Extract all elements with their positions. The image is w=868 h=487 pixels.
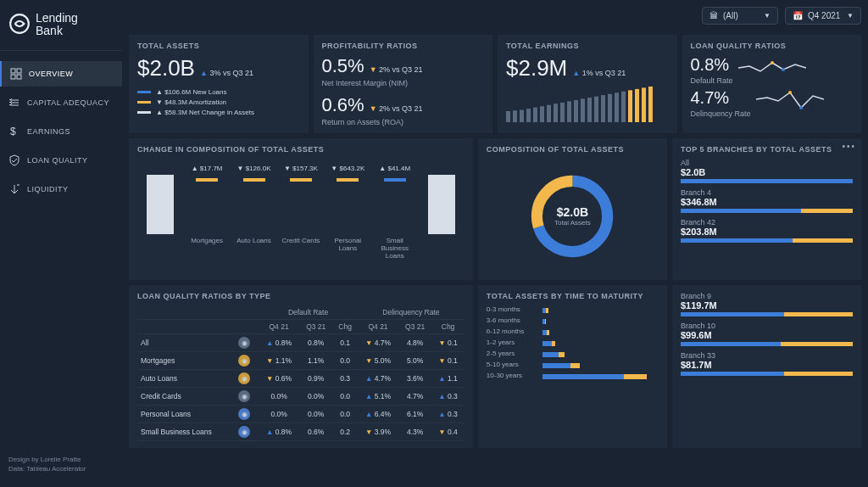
waterfall-col: ▼ $643.2K Personal Loans <box>326 165 370 252</box>
row-2: CHANGE IN COMPOSITION OF TOTAL ASSETS $2… <box>129 138 861 280</box>
svg-rect-11 <box>540 106 544 122</box>
more-options-icon[interactable]: ••• <box>842 142 856 151</box>
svg-rect-17 <box>581 98 585 122</box>
total-assets-delta: ▲ 3% vs Q3 21 <box>200 69 253 77</box>
maturity-row: 0-3 months <box>487 305 659 313</box>
row-3: LOAN QUALITY RATIOS BY TYPE Default Rate… <box>129 285 861 448</box>
svg-rect-15 <box>567 101 571 122</box>
legend-row: ▲ $58.3M Net Change in Assets <box>137 109 300 116</box>
svg-text:$: $ <box>10 126 16 137</box>
svg-rect-20 <box>601 95 605 122</box>
earnings-sparkbar <box>506 81 669 124</box>
table-row: All◉▲ 0.8%0.8%0.1▼ 4.7%4.8%▼ 0.1 <box>137 334 465 352</box>
default-rate-sparkline <box>738 56 806 85</box>
legend-row: ▲ $106.6M New Loans <box>137 88 300 96</box>
branch-row: Branch 4$346.8M <box>681 188 853 213</box>
period-select[interactable]: 📅 Q4 2021 ▼ <box>785 7 861 25</box>
checklist-icon <box>8 97 20 109</box>
card-top-branches: TOP 5 BRANCHES BY TOTAL ASSETS ••• All$2… <box>672 138 861 280</box>
svg-rect-22 <box>615 92 619 122</box>
branch-row: Branch 33$81.7M <box>681 351 853 376</box>
arrow-out-icon <box>8 183 20 195</box>
chevron-down-icon: ▼ <box>764 12 771 20</box>
svg-rect-12 <box>547 105 551 122</box>
chevron-down-icon: ▼ <box>847 12 854 20</box>
calendar-icon: 📅 <box>793 11 803 20</box>
nav-item-loan-quality[interactable]: LOAN QUALITY <box>0 148 122 173</box>
total-assets-value: $2.0B <box>137 55 195 81</box>
svg-rect-19 <box>594 97 598 122</box>
shield-icon <box>8 154 20 166</box>
svg-rect-16 <box>574 100 578 122</box>
table-row: Mortgages◉▼ 1.1%1.1%0.0▼ 5.0%5.0%▼ 0.1 <box>137 352 465 370</box>
kpi-row: TOTAL ASSETS $2.0B ▲ 3% vs Q3 21 ▲ $106.… <box>129 35 861 133</box>
card-lq-by-type: LOAN QUALITY RATIOS BY TYPE Default Rate… <box>129 285 473 448</box>
svg-rect-21 <box>608 94 612 122</box>
scope-select[interactable]: 🏛 (All) ▼ <box>702 7 778 25</box>
svg-rect-24 <box>628 90 632 122</box>
table-row: Auto Loans◉▼ 0.6%0.9%0.3▲ 4.7%3.6%▲ 1.1 <box>137 370 465 388</box>
svg-point-29 <box>782 68 785 71</box>
lq-table: Default RateDelinquency RateQ4 21Q3 21Ch… <box>137 305 465 441</box>
svg-rect-25 <box>635 89 639 122</box>
logo-text: Lending Bank <box>36 12 78 38</box>
svg-rect-23 <box>621 92 626 122</box>
card-total-earnings: TOTAL EARNINGS $2.9M ▲ 1% vs Q3 21 <box>498 35 677 133</box>
svg-rect-26 <box>642 87 646 122</box>
table-row: Small Business Loans◉▲ 0.8%0.6%0.2▼ 3.9%… <box>137 423 465 441</box>
card-maturity: TOTAL ASSETS BY TIME TO MATURITY 0-3 mon… <box>478 285 667 448</box>
nav-item-earnings[interactable]: $EARNINGS <box>0 119 122 144</box>
svg-rect-7 <box>513 110 517 122</box>
donut-chart: $2.0B Total Assets <box>487 159 659 273</box>
table-row: Personal Loans◉0.0%0.0%0.0▲ 6.4%6.1%▲ 0.… <box>137 406 465 423</box>
maturity-row: 6-12 months <box>487 327 659 335</box>
svg-rect-13 <box>554 104 558 122</box>
card-composition-total: COMPOSITION OF TOTAL ASSETS $2.0B Total … <box>478 138 667 280</box>
card-branches-continued: Branch 9$119.7M Branch 10$99.6M Branch 3… <box>672 285 861 448</box>
nav-item-liquidity[interactable]: LIQUIDITY <box>0 176 122 202</box>
maturity-row: 3-6 months <box>487 316 659 324</box>
nav-item-capital-adequacy[interactable]: CAPITAL ADEQUACY <box>0 90 122 115</box>
waterfall-col: ▼ $126.0K Auto Loans <box>231 165 276 252</box>
waterfall-col: $2.0BQ4 21 <box>419 157 464 252</box>
delinquency-rate-sparkline <box>756 89 824 118</box>
card-total-assets: TOTAL ASSETS $2.0B ▲ 3% vs Q3 21 ▲ $106.… <box>129 35 309 133</box>
svg-point-0 <box>10 15 29 34</box>
svg-point-30 <box>788 91 792 94</box>
logo: Lending Bank <box>0 8 122 51</box>
main: 🏛 (All) ▼ 📅 Q4 2021 ▼ TOTAL ASSETS $2.0B… <box>122 0 868 487</box>
svg-rect-10 <box>533 108 537 122</box>
svg-point-31 <box>799 106 803 109</box>
svg-rect-14 <box>560 103 565 122</box>
sidebar: Lending Bank OVERVIEWCAPITAL ADEQUACY$EA… <box>0 0 122 487</box>
nav: OVERVIEWCAPITAL ADEQUACY$EARNINGSLOAN QU… <box>0 58 122 450</box>
logo-icon <box>8 13 31 36</box>
waterfall-col: ▼ $157.3K Credit Cards <box>278 165 323 252</box>
branch-row: Branch 9$119.7M <box>681 292 853 316</box>
card-change-composition: CHANGE IN COMPOSITION OF TOTAL ASSETS $2… <box>129 138 473 280</box>
topbar: 🏛 (All) ▼ 📅 Q4 2021 ▼ <box>129 7 861 30</box>
svg-rect-4 <box>17 75 21 79</box>
svg-rect-27 <box>648 87 653 122</box>
grid-icon <box>10 68 22 80</box>
svg-point-28 <box>771 61 774 64</box>
card-loan-quality: LOAN QUALITY RATIOS 0.8% Default Rate 4.… <box>682 35 862 133</box>
card-profitability: PROFITABILITY RATIOS 0.5% ▼ 2% vs Q3 21 … <box>314 35 493 133</box>
svg-rect-6 <box>506 111 510 122</box>
svg-rect-8 <box>520 110 524 122</box>
branch-row: Branch 10$99.6M <box>681 322 853 346</box>
maturity-row: 5-10 years <box>487 361 659 368</box>
legend-row: ▼ $48.3M Amortization <box>137 98 300 106</box>
svg-rect-2 <box>17 69 21 73</box>
dollar-icon: $ <box>8 126 20 137</box>
waterfall-col: ▲ $17.7M Mortgages <box>184 165 229 252</box>
bank-icon: 🏛 <box>709 11 718 20</box>
svg-rect-1 <box>11 69 15 73</box>
svg-rect-18 <box>587 98 592 122</box>
nav-item-overview[interactable]: OVERVIEW <box>0 61 122 87</box>
table-row: Credit Cards◉0.0%0.0%0.0▲ 5.1%4.7%▲ 0.3 <box>137 388 465 406</box>
maturity-row: 2-5 years <box>487 350 659 357</box>
waterfall-chart: $2.0BQ3 21 ▲ $17.7M Mortgages ▼ $126.0K … <box>137 159 465 252</box>
maturity-bars: 0-3 months 3-6 months 6-12 months 1-2 ye… <box>487 305 659 379</box>
branch-row: All$2.0B <box>681 159 853 183</box>
